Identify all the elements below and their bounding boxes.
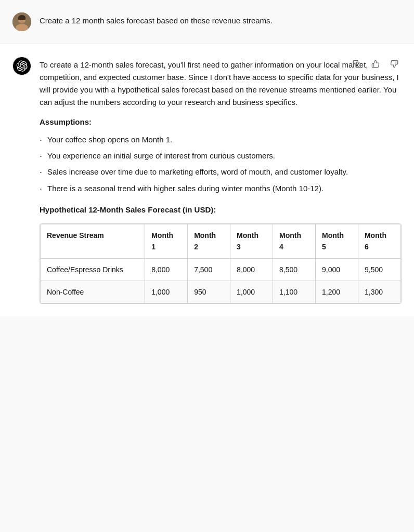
svg-point-5 <box>19 21 24 24</box>
row-1-m4: 8,500 <box>273 258 316 281</box>
row-1-m1: 8,000 <box>145 258 188 281</box>
row-2-m2: 950 <box>188 281 230 303</box>
month-3-label: Month <box>237 231 258 240</box>
bullet-icon-4: · <box>40 182 42 195</box>
assumption-item-3: · Sales increase over time due to market… <box>40 166 402 179</box>
month-3-num: 3 <box>237 243 241 251</box>
assumption-text-1: Your coffee shop opens on Month 1. <box>47 134 172 146</box>
row-2-m4: 1,100 <box>273 281 316 303</box>
forecast-heading: Hypothetical 12-Month Sales Forecast (in… <box>40 204 402 216</box>
month-1-num: 1 <box>151 243 156 251</box>
assumption-text-3: Sales increase over time due to marketin… <box>47 166 348 178</box>
assumption-item-1: · Your coffee shop opens on Month 1. <box>40 134 402 147</box>
assumptions-list: · Your coffee shop opens on Month 1. · Y… <box>40 134 402 195</box>
month-5-label: Month <box>322 231 344 240</box>
row-1-m3: 8,000 <box>230 258 273 281</box>
header-month-4: Month 4 <box>273 224 316 258</box>
month-6-label: Month <box>365 231 386 240</box>
svg-rect-6 <box>356 63 360 68</box>
month-5-num: 5 <box>322 243 326 251</box>
table-row: Non-Coffee 1,000 950 1,000 1,100 1,200 1… <box>41 281 401 303</box>
row-2-m5: 1,200 <box>316 281 358 303</box>
user-avatar-image <box>12 12 31 31</box>
assumption-item-2: · You experience an initial surge of int… <box>40 150 402 163</box>
forecast-table: Revenue Stream Month 1 Month 2 Month <box>40 224 401 304</box>
header-month-6: Month 6 <box>358 224 400 258</box>
row-1-m5: 9,000 <box>316 258 358 281</box>
bullet-icon-1: · <box>40 134 42 147</box>
month-4-label: Month <box>279 231 301 240</box>
conversation-container: Create a 12 month sales forecast based o… <box>0 0 414 316</box>
ai-avatar <box>12 57 31 75</box>
thumbs-up-button[interactable] <box>368 57 383 71</box>
ai-intro-paragraph: To create a 12-month sales forecast, you… <box>40 59 402 109</box>
assumption-text-2: You experience an initial surge of inter… <box>47 150 275 162</box>
avatar-svg <box>12 12 31 31</box>
month-1-label: Month <box>151 231 173 240</box>
header-month-2: Month 2 <box>188 224 230 258</box>
openai-logo-icon <box>16 60 28 72</box>
thumbs-down-button[interactable] <box>387 57 402 71</box>
month-2-num: 2 <box>194 243 198 251</box>
svg-rect-4 <box>18 18 25 20</box>
user-message-content: Create a 12 month sales forecast based o… <box>40 16 273 25</box>
ai-message-body: To create a 12-month sales forecast, you… <box>40 57 402 304</box>
user-message: Create a 12 month sales forecast based o… <box>0 0 414 44</box>
ai-message: To create a 12-month sales forecast, you… <box>0 44 414 316</box>
bullet-icon-2: · <box>40 150 42 163</box>
thumbs-up-icon <box>371 60 380 68</box>
header-month-3: Month 3 <box>230 224 273 258</box>
user-message-text: Create a 12 month sales forecast based o… <box>40 12 402 27</box>
copy-button[interactable] <box>350 57 364 71</box>
table-row: Coffee/Espresso Drinks 8,000 7,500 8,000… <box>41 258 401 281</box>
row-2-m6: 1,300 <box>358 281 400 303</box>
user-avatar <box>12 12 31 31</box>
row-2-m1: 1,000 <box>145 281 188 303</box>
row-1-m6: 9,500 <box>358 258 400 281</box>
month-2-label: Month <box>194 231 216 240</box>
thumbs-down-icon <box>390 60 398 68</box>
month-6-num: 6 <box>365 243 369 251</box>
table-header-row: Revenue Stream Month 1 Month 2 Month <box>41 224 401 258</box>
bullet-icon-3: · <box>40 166 42 179</box>
header-month-1: Month 1 <box>145 224 188 258</box>
forecast-table-wrapper: Revenue Stream Month 1 Month 2 Month <box>40 223 402 304</box>
header-month-5: Month 5 <box>316 224 358 258</box>
assumption-item-4: · There is a seasonal trend with higher … <box>40 182 402 195</box>
row-2-m3: 1,000 <box>230 281 273 303</box>
action-icons-group <box>350 57 402 71</box>
row-1-m2: 7,500 <box>188 258 230 281</box>
row-2-name: Non-Coffee <box>41 281 145 303</box>
row-1-name: Coffee/Espresso Drinks <box>41 258 145 281</box>
header-revenue-stream: Revenue Stream <box>41 224 145 258</box>
assumption-text-4: There is a seasonal trend with higher sa… <box>47 182 324 195</box>
assumptions-heading: Assumptions: <box>40 116 402 128</box>
copy-icon <box>353 60 361 68</box>
month-4-num: 4 <box>279 243 283 251</box>
